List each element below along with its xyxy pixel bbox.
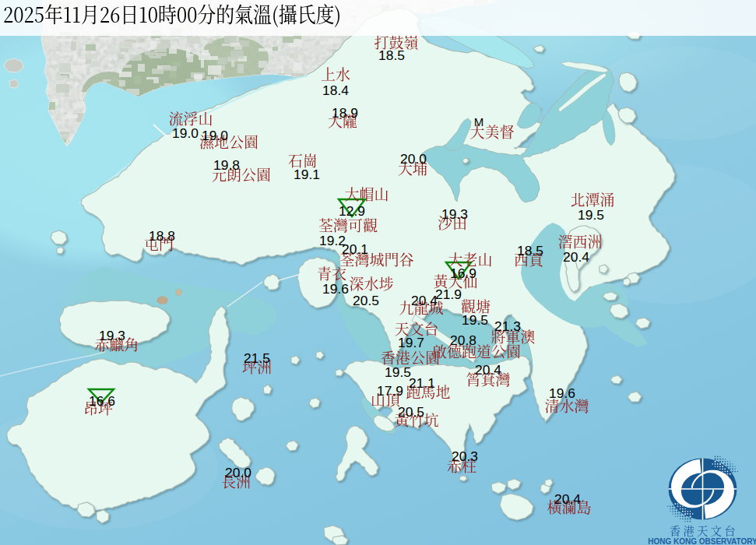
svg-text:19.5: 19.5 <box>385 364 411 380</box>
svg-text:18.5: 18.5 <box>517 243 543 258</box>
svg-text:21.3: 21.3 <box>494 318 521 334</box>
svg-text:12.9: 12.9 <box>339 203 365 219</box>
svg-text:21.1: 21.1 <box>409 375 435 391</box>
svg-text:19.8: 19.8 <box>213 157 240 173</box>
svg-text:20.1: 20.1 <box>342 241 368 257</box>
svg-text:19.3: 19.3 <box>441 206 468 222</box>
svg-text:M: M <box>474 115 484 128</box>
svg-text:16.9: 16.9 <box>450 265 476 281</box>
svg-text:17.9: 17.9 <box>377 383 403 399</box>
svg-text:20.0: 20.0 <box>400 151 427 167</box>
svg-text:20.5: 20.5 <box>398 404 424 420</box>
svg-text:20.5: 20.5 <box>353 293 379 308</box>
svg-text:20.3: 20.3 <box>452 448 478 464</box>
svg-text:18.5: 18.5 <box>378 47 405 63</box>
svg-text:18.4: 18.4 <box>322 83 349 98</box>
svg-text:20.8: 20.8 <box>450 332 476 348</box>
svg-text:16.6: 16.6 <box>89 393 115 409</box>
svg-text:21.5: 21.5 <box>244 350 270 366</box>
svg-text:19.5: 19.5 <box>578 207 604 223</box>
svg-text:19.7: 19.7 <box>398 335 424 350</box>
svg-text:18.8: 18.8 <box>149 228 175 244</box>
svg-text:19.5: 19.5 <box>462 312 488 328</box>
svg-text:20.4: 20.4 <box>475 362 501 378</box>
svg-text:21.9: 21.9 <box>435 287 462 302</box>
svg-text:20.0: 20.0 <box>225 465 251 480</box>
svg-text:19.6: 19.6 <box>322 281 349 297</box>
svg-text:20.4: 20.4 <box>563 249 589 265</box>
svg-text:19.3: 19.3 <box>99 328 125 343</box>
svg-text:19.0: 19.0 <box>202 128 228 143</box>
svg-text:19.1: 19.1 <box>294 167 320 182</box>
svg-text:18.9: 18.9 <box>332 105 358 121</box>
svg-text:20.4: 20.4 <box>411 293 438 308</box>
svg-text:20.4: 20.4 <box>554 491 581 507</box>
svg-text:HONG KONG OBSERVATORY: HONG KONG OBSERVATORY <box>648 537 756 545</box>
svg-text:19.0: 19.0 <box>172 125 199 141</box>
svg-text:19.6: 19.6 <box>549 385 575 401</box>
